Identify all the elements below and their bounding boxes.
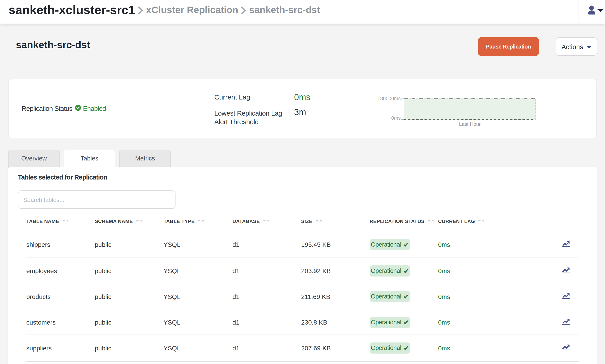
- svg-text:0ms: 0ms: [391, 115, 401, 121]
- svg-text:180000ms: 180000ms: [377, 96, 401, 101]
- svg-text:Last Hour: Last Hour: [459, 121, 481, 127]
